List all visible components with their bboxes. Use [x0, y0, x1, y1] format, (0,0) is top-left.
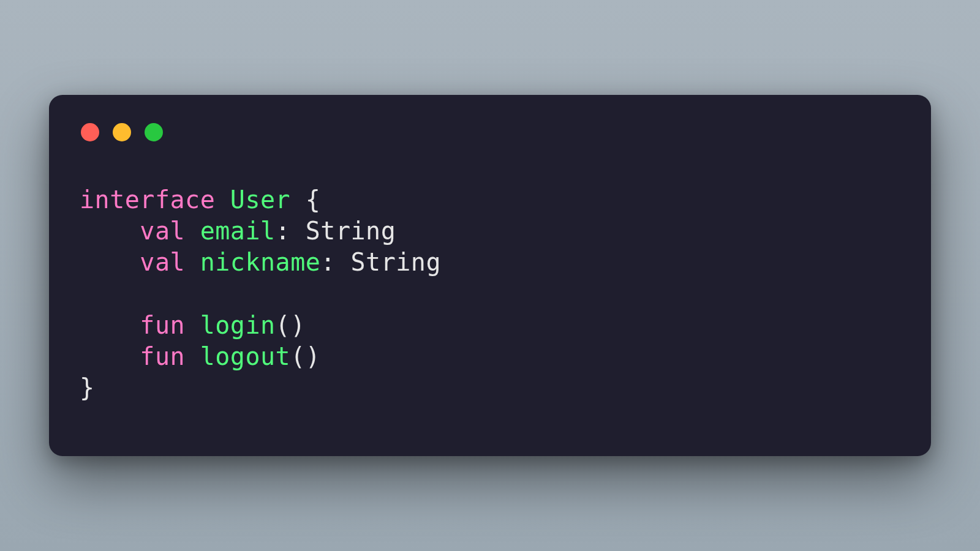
- identifier-email: email: [200, 217, 276, 245]
- keyword-val: val: [140, 248, 185, 276]
- identifier-login: login: [200, 311, 276, 339]
- keyword-val: val: [140, 217, 185, 245]
- minimize-icon[interactable]: [113, 123, 131, 141]
- identifier-nickname: nickname: [200, 248, 321, 276]
- colon: :: [276, 217, 291, 245]
- close-icon[interactable]: [81, 123, 99, 141]
- type-string: String: [306, 217, 396, 245]
- type-string: String: [351, 248, 442, 276]
- type-user: User: [230, 186, 290, 214]
- parens: (): [276, 311, 306, 339]
- brace-open: {: [306, 186, 321, 214]
- zoom-icon[interactable]: [145, 123, 163, 141]
- parens: (): [290, 342, 320, 370]
- code-window: interface User { val email: String val n…: [49, 95, 931, 456]
- window-controls: [81, 123, 900, 141]
- colon: :: [320, 248, 336, 276]
- keyword-fun: fun: [140, 342, 185, 370]
- keyword-fun: fun: [140, 311, 185, 339]
- brace-close: }: [80, 373, 95, 402]
- identifier-logout: logout: [200, 342, 291, 370]
- keyword-interface: interface: [80, 186, 215, 214]
- code-block: interface User { val email: String val n…: [80, 184, 900, 403]
